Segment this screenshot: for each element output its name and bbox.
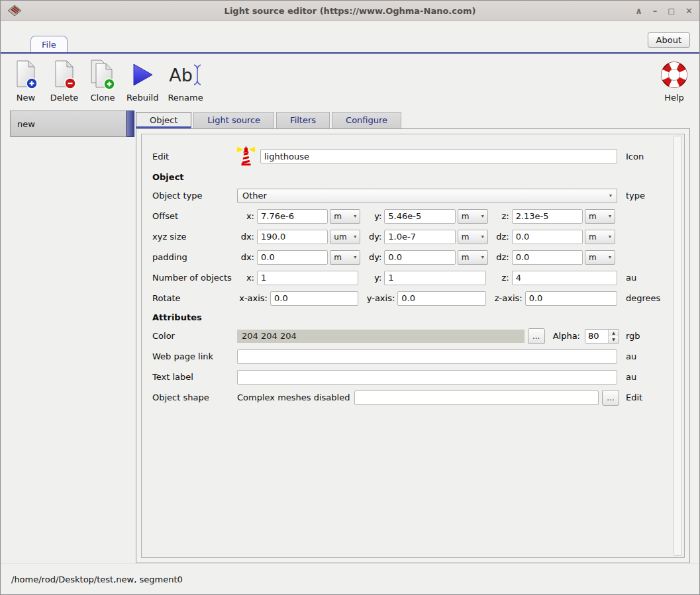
xyz-size-dy-unit-dropdown[interactable]: m ▾ <box>458 230 488 244</box>
padding-dy-unit-dropdown[interactable]: m ▾ <box>458 250 488 265</box>
delete-button[interactable]: Delete <box>50 59 79 103</box>
padding-row: padding dx: m ▾ dy: <box>152 247 664 267</box>
chevron-down-icon: ▾ <box>609 234 611 240</box>
rotate-z-prefix: z-axis: <box>492 293 523 303</box>
rebuild-play-icon <box>129 59 156 91</box>
num-y-prefix: y: <box>364 273 381 283</box>
object-section-heading: Object <box>152 168 664 185</box>
shade-icon[interactable]: ∧ <box>635 7 642 15</box>
offset-z-unit-dropdown[interactable]: m ▾ <box>585 209 615 224</box>
padding-dz-prefix: dz: <box>492 252 509 262</box>
edit-name-input[interactable] <box>260 149 617 163</box>
object-type-combobox[interactable]: Other ▾ <box>237 189 617 203</box>
padding-dx-unit-value: m <box>334 253 342 262</box>
rotate-z-input[interactable] <box>525 291 617 306</box>
offset-x-input[interactable] <box>257 209 328 224</box>
window-title: Light source editor (https://www.Oghma-N… <box>1 6 699 16</box>
offset-y-unit-dropdown[interactable]: m ▾ <box>458 209 488 224</box>
offset-y-input[interactable] <box>384 209 455 224</box>
xyz-size-dx-unit-dropdown[interactable]: um ▾ <box>330 230 360 244</box>
chevron-down-icon: ▾ <box>481 234 484 240</box>
num-z-input[interactable] <box>512 271 617 285</box>
color-label: Color <box>152 331 237 341</box>
xyz-size-dz-input[interactable] <box>512 230 583 244</box>
padding-dz-unit-dropdown[interactable]: m ▾ <box>585 250 615 265</box>
close-icon[interactable]: ✕ <box>685 7 693 15</box>
xyz-size-dz-prefix: dz: <box>492 232 509 242</box>
offset-z-unit-value: m <box>589 212 597 221</box>
ribbon-bar: File About <box>1 21 699 54</box>
padding-dx-input[interactable] <box>257 250 328 265</box>
spin-up-icon[interactable]: ▲ <box>609 330 619 336</box>
new-button[interactable]: New <box>11 59 40 103</box>
text-label-label: Text label <box>152 372 237 382</box>
text-label-input[interactable] <box>237 370 617 385</box>
rotate-x-prefix: x-axis: <box>237 293 268 303</box>
chevron-down-icon: ▾ <box>609 213 611 219</box>
offset-x-unit-dropdown[interactable]: m ▾ <box>330 209 360 224</box>
clone-button[interactable]: Clone <box>88 59 117 103</box>
xyz-size-row: xyz size dx: um ▾ dy: <box>152 226 664 247</box>
xyz-size-dx-input[interactable] <box>257 230 328 244</box>
minimize-icon[interactable]: – <box>653 7 658 15</box>
offset-z-input[interactable] <box>512 209 583 224</box>
chevron-down-icon: ▾ <box>354 213 356 219</box>
rotate-y-input[interactable] <box>397 291 485 306</box>
padding-dx-unit-dropdown[interactable]: m ▾ <box>330 250 360 265</box>
object-tab-panel: Edit <box>136 128 690 563</box>
lighthouse-icon[interactable] <box>237 146 255 166</box>
alpha-input[interactable] <box>585 330 608 343</box>
padding-dz-input[interactable] <box>512 250 583 265</box>
rename-button[interactable]: Ab Rename <box>168 59 203 103</box>
object-shape-browse-button[interactable]: ... <box>602 390 619 406</box>
rotate-x-input[interactable] <box>270 291 358 306</box>
rebuild-button-label: Rebuild <box>126 93 158 103</box>
rotate-suffix: degrees <box>619 293 664 303</box>
alpha-label: Alpha: <box>553 331 580 341</box>
about-button[interactable]: About <box>648 32 690 48</box>
tab-filters[interactable]: Filters <box>276 112 330 128</box>
number-of-objects-suffix: au <box>619 273 664 283</box>
offset-row: Offset x: m ▾ y: <box>152 206 664 226</box>
object-shape-input[interactable] <box>354 390 599 405</box>
object-type-value: Other <box>242 191 267 201</box>
object-type-suffix: type <box>619 191 664 201</box>
tab-light-source[interactable]: Light source <box>193 112 274 128</box>
rebuild-button[interactable]: Rebuild <box>126 59 158 103</box>
web-page-link-row: Web page link au <box>152 346 664 367</box>
tab-configure[interactable]: Configure <box>332 112 401 128</box>
object-shape-note: Complex meshes disabled <box>237 392 350 402</box>
list-item-new[interactable]: new <box>10 111 126 137</box>
spin-down-icon[interactable]: ▼ <box>609 336 619 343</box>
color-swatch[interactable]: 204 204 204 <box>237 330 525 343</box>
xyz-size-dy-input[interactable] <box>384 230 455 244</box>
tab-file[interactable]: File <box>30 36 68 52</box>
xyz-size-dz-unit-dropdown[interactable]: m ▾ <box>585 230 615 244</box>
number-of-objects-row: Number of objects x: y: <box>152 267 664 288</box>
color-picker-button[interactable]: ... <box>528 328 545 344</box>
form-vertical-scrollbar[interactable] <box>674 136 682 556</box>
padding-label: padding <box>152 252 237 262</box>
object-shape-suffix: Edit <box>619 392 664 402</box>
help-button-label: Help <box>664 93 684 103</box>
offset-y-prefix: y: <box>364 211 381 221</box>
help-button[interactable]: Help <box>660 59 689 103</box>
padding-dy-input[interactable] <box>384 250 455 265</box>
list-scrollbar-thumb[interactable] <box>126 111 134 137</box>
padding-dy-prefix: dy: <box>364 252 381 262</box>
tab-bar: Object Light source Filters Configure <box>136 111 690 128</box>
xyz-size-dx-unit-value: um <box>334 232 346 242</box>
num-x-input[interactable] <box>257 271 358 285</box>
color-row: Color 204 204 204 ... Alpha: ▲ ▼ <box>152 326 664 346</box>
light-source-editor-window: Light source editor (https://www.Oghma-N… <box>0 0 700 595</box>
maximize-icon[interactable]: ◻ <box>668 7 675 15</box>
light-source-list: new <box>10 111 134 563</box>
delete-button-label: Delete <box>50 93 79 103</box>
main-area: new Object Light source Filters Configur… <box>1 108 699 563</box>
web-page-link-input[interactable] <box>237 349 617 364</box>
xyz-size-dz-unit-value: m <box>589 232 597 242</box>
web-page-link-label: Web page link <box>152 351 237 361</box>
chevron-down-icon: ▾ <box>609 254 611 260</box>
num-y-input[interactable] <box>384 271 485 285</box>
tab-object[interactable]: Object <box>136 112 191 128</box>
